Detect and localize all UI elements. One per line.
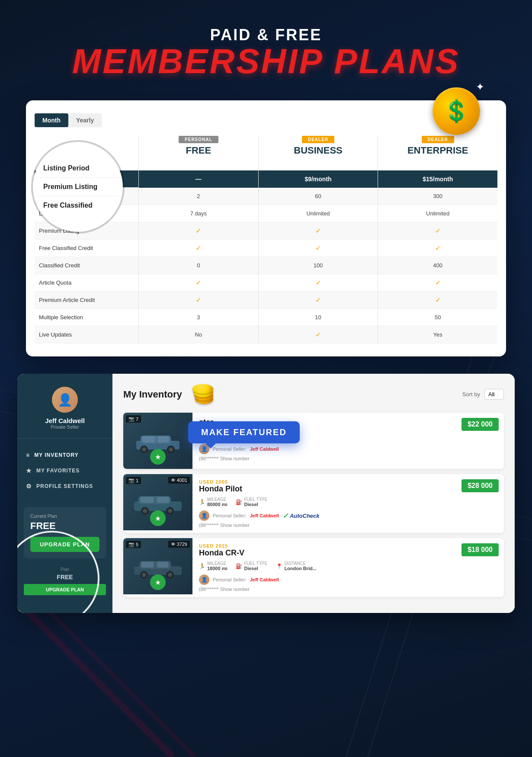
- listing-body-2: USED 2000 Honda Pilot 🏃 MILEAGE 80000 mi…: [192, 474, 504, 533]
- plan-free-cell-8: 3: [139, 309, 258, 326]
- svg-point-19: [143, 509, 147, 513]
- feature-live-updates: Live Updates: [35, 326, 138, 343]
- upgrade-plan-small-button[interactable]: UPGRADE PLAN: [24, 584, 106, 595]
- user-name: Jeff Caldwell: [26, 417, 104, 424]
- coin-body: 💲: [433, 87, 480, 135]
- listing-specs-2: 🏃 MILEAGE 80000 mi ⛽ FUEL TYPE Diesel: [199, 497, 497, 507]
- plan-free: PERSONAL FREE — 2 7 days ✓ ✓ 0 ✓ ✓ 3 No: [138, 136, 258, 343]
- svg-rect-16: [141, 497, 154, 503]
- plan-free-cell-6: ✓: [139, 274, 258, 292]
- plan-free-cell-1: 2: [139, 188, 258, 205]
- plan-enterprise: DEALER ENTERPRISE $15/month 300 Unlimite…: [378, 136, 497, 343]
- sidebar-plan-footer: Plan FREE UPGRADE PLAN: [17, 563, 112, 600]
- listing-favorite-btn-2[interactable]: ★: [150, 510, 166, 526]
- profile-label: PROFILE SETTINGS: [36, 483, 93, 489]
- listing-card-2: 📷1 👁4001 ★: [123, 474, 504, 533]
- inventory-title: My Inventory: [123, 389, 182, 400]
- listing-name-2: Honda Pilot: [199, 484, 497, 494]
- autocheck-logo-2: ✓ AutoCheck: [282, 512, 320, 520]
- upgrade-plan-button[interactable]: UPGRADE PLAN: [30, 537, 99, 552]
- feature-zoom-circle: Listing Period Premium Listing Free Clas…: [35, 144, 121, 230]
- listing-favorite-btn-3[interactable]: ★: [150, 574, 166, 590]
- dashboard-section: 👤 Jeff Caldwell Private Seller ≡ MY INVE…: [17, 374, 515, 613]
- spec-fuel-3: ⛽ FUEL TYPE Diesel: [236, 561, 267, 571]
- listing-seller-2: 👤 Personal Seller: Jeff Caldwell ✓ AutoC…: [199, 510, 497, 521]
- listing-phone-1: (88******* Show number: [199, 456, 497, 461]
- make-featured-tooltip[interactable]: MAKE FEATURED: [188, 421, 300, 443]
- sort-label: Sort by: [462, 391, 480, 398]
- make-featured-label: MAKE FEATURED: [201, 427, 287, 437]
- plan-business-cell-3: ✓: [259, 222, 378, 240]
- plan-free-cell-2: 7 days: [139, 205, 258, 222]
- plan-enterprise-cell-7: ✓: [378, 292, 497, 309]
- hero-subtitle: PAID & FREE: [9, 26, 523, 44]
- plan-enterprise-cell-6: ✓: [378, 274, 497, 292]
- plan-enterprise-cell-4: ✓: [378, 240, 497, 257]
- gold-coin-decoration: 💲 ✦: [433, 87, 480, 135]
- svg-rect-17: [157, 497, 169, 503]
- plan-enterprise-price: $15/month: [378, 170, 497, 188]
- settings-icon: ⚙: [26, 483, 32, 490]
- listing-img-count-1: 📷7: [126, 415, 141, 423]
- svg-point-21: [168, 509, 172, 513]
- period-toggle: Month Yearly: [35, 113, 497, 127]
- listing-img-count-3: 📷5: [126, 541, 141, 548]
- listing-img-views-3: 👁3729: [168, 541, 190, 548]
- svg-rect-8: [143, 436, 155, 443]
- plan-free-badge: PERSONAL: [179, 136, 218, 143]
- inventory-icon: ≡: [26, 452, 30, 459]
- pricing-section: 💲 ✦ Month Yearly Listing Quota Listing P…: [26, 100, 506, 356]
- sidebar-navigation: ≡ MY INVENTORY ★ MY FAVORITES ⚙ PROFILE …: [17, 439, 112, 503]
- user-role: Private Seller: [26, 424, 104, 430]
- sidebar-item-favorites[interactable]: ★ MY FAVORITES: [17, 463, 112, 478]
- spec-mileage-3: 🏃 MILEAGE 18000 mi: [199, 561, 227, 571]
- listing-phone-2: (88******* Show number: [199, 523, 497, 528]
- listing-seller-1: 👤 Personal Seller: Jeff Caldwell: [199, 444, 497, 454]
- feature-article-quota: Article Quota: [35, 274, 138, 292]
- plan-business-cell-1: 60: [259, 188, 378, 205]
- plan-business-cell-4: ✓: [259, 240, 378, 257]
- listing-phone-3: (88******* Show number: [199, 587, 497, 592]
- plan-business-price: $9/month: [259, 170, 378, 188]
- listing-specs-3: 🏃 MILEAGE 18000 mi ⛽ FUEL TYPE Diesel: [199, 561, 497, 571]
- sidebar-item-profile[interactable]: ⚙ PROFILE SETTINGS: [17, 478, 112, 494]
- listing-img-views-2: 👁4001: [168, 477, 190, 484]
- plan-business-badge: DEALER: [302, 136, 334, 143]
- plan-enterprise-badge: DEALER: [422, 136, 454, 143]
- listing-img-3: 📷5 👁3729 ★: [123, 538, 192, 594]
- plan-business-header: DEALER BUSINESS: [259, 136, 378, 170]
- plan-enterprise-name: ENTERPRISE: [407, 145, 468, 156]
- plan-free-price: —: [139, 170, 258, 188]
- listing-price-1: $22 000: [461, 418, 499, 431]
- sidebar-item-inventory[interactable]: ≡ MY INVENTORY: [17, 447, 112, 463]
- month-toggle-button[interactable]: Month: [35, 113, 68, 127]
- dashboard-main: My Inventory Sort by All: [112, 374, 515, 613]
- dashboard-card: 👤 Jeff Caldwell Private Seller ≡ MY INVE…: [17, 374, 515, 613]
- plan-business-cell-5: 100: [259, 257, 378, 274]
- plan-free-cell-5: 0: [139, 257, 258, 274]
- plan-enterprise-cell-3: ✓: [378, 222, 497, 240]
- hero-title: MEMBERSHIP PLANS: [9, 44, 523, 79]
- svg-line-5: [43, 606, 195, 757]
- svg-rect-25: [157, 562, 168, 568]
- current-plan-name: FREE: [30, 520, 99, 532]
- plan-business-name: BUSINESS: [294, 145, 342, 156]
- sort-select[interactable]: All: [484, 389, 504, 400]
- listing-favorite-btn-1[interactable]: ★: [150, 449, 166, 465]
- listing-img-count-2: 📷1: [126, 477, 141, 484]
- listing-body-3: USED 2015 Honda CR-V 🏃 MILEAGE 18000 mi …: [192, 538, 504, 597]
- plan-enterprise-cell-5: 400: [378, 257, 497, 274]
- listing-condition-3: USED 2015: [199, 543, 497, 549]
- sort-area: Sort by All: [462, 389, 504, 400]
- seller-avatar-2: 👤: [199, 510, 209, 521]
- plan-free-header: PERSONAL FREE: [139, 136, 258, 170]
- favorites-icon: ★: [26, 467, 32, 474]
- spec-distance-3: 📍 DISTANCE London Brid...: [276, 561, 317, 571]
- zoom-item-3: Free Classified: [35, 196, 121, 215]
- plan-business-cell-8: 10: [259, 309, 378, 326]
- plan-footer-label: Plan: [24, 567, 106, 572]
- sidebar-user-info: 👤 Jeff Caldwell Private Seller: [17, 387, 112, 439]
- svg-point-11: [142, 447, 146, 452]
- user-avatar: 👤: [52, 387, 78, 413]
- yearly-toggle-button[interactable]: Yearly: [68, 113, 102, 127]
